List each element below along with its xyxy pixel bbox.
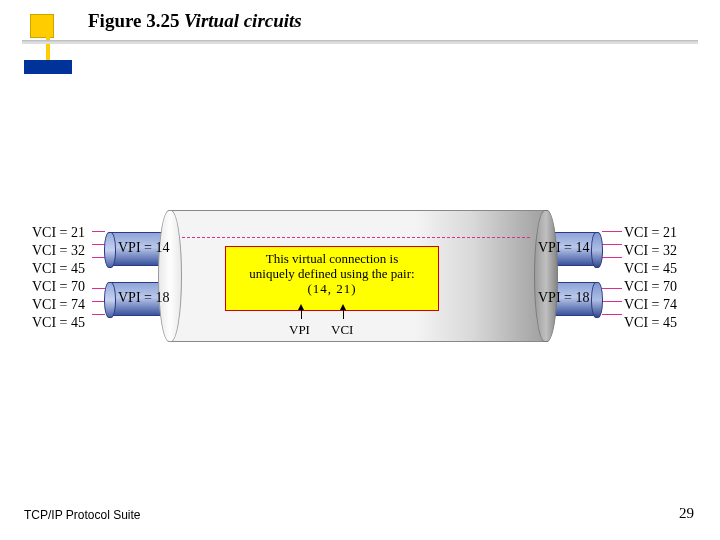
vci-dashed-line (182, 237, 530, 238)
vci-left-5: VCI = 45 (32, 314, 85, 332)
vpi-label-right-top: VPI = 14 (538, 240, 589, 256)
vci-left-1: VCI = 32 (32, 242, 85, 260)
vci-left-4: VCI = 74 (32, 296, 85, 314)
callout-arrows (225, 309, 425, 329)
vci-left-3: VCI = 70 (32, 278, 85, 296)
vpi-label-left-top: VPI = 14 (118, 240, 169, 256)
vci-wire (602, 231, 622, 232)
vci-wire (602, 244, 622, 245)
vci-wire (92, 314, 105, 315)
vci-wire (602, 288, 622, 289)
figure-number: Figure 3.25 (88, 10, 179, 32)
vpi-label-right-bot: VPI = 18 (538, 290, 589, 306)
header-divider (22, 40, 698, 44)
vci-list-right: VCI = 21 VCI = 32 VCI = 45 VCI = 70 VCI … (624, 224, 677, 332)
vci-right-1: VCI = 32 (624, 242, 677, 260)
vci-wire (602, 257, 622, 258)
vci-wire (602, 314, 622, 315)
brand-bar-icon (24, 60, 72, 74)
vci-right-0: VCI = 21 (624, 224, 677, 242)
vci-right-4: VCI = 74 (624, 296, 677, 314)
vci-wire (92, 288, 105, 289)
vci-list-left: VCI = 21 VCI = 32 VCI = 45 VCI = 70 VCI … (32, 224, 85, 332)
vci-right-3: VCI = 70 (624, 278, 677, 296)
vci-wire (602, 301, 622, 302)
virtual-circuits-diagram: VCI = 21 VCI = 32 VCI = 45 VCI = 70 VCI … (0, 210, 720, 410)
label-vpi: VPI (289, 322, 310, 338)
callout-box: This virtual connection is uniquely defi… (225, 246, 439, 311)
arrow-up-icon (301, 309, 302, 319)
vci-right-5: VCI = 45 (624, 314, 677, 332)
page-number: 29 (679, 505, 694, 522)
callout-line1: This virtual connection is (232, 251, 432, 266)
callout-line2: uniquely defined using the pair: (232, 266, 432, 281)
label-vci: VCI (331, 322, 353, 338)
callout-pair: (14, 21) (232, 281, 432, 296)
vci-left-0: VCI = 21 (32, 224, 85, 242)
bullet-square-icon (30, 14, 54, 38)
vci-wire (92, 244, 105, 245)
figure-title: Virtual circuits (184, 10, 302, 32)
arrow-up-icon (343, 309, 344, 319)
vci-left-2: VCI = 45 (32, 260, 85, 278)
vci-wire (92, 231, 105, 232)
vci-wire (92, 257, 105, 258)
vci-right-2: VCI = 45 (624, 260, 677, 278)
vpi-label-left-bot: VPI = 18 (118, 290, 169, 306)
footer-text: TCP/IP Protocol Suite (24, 508, 141, 522)
